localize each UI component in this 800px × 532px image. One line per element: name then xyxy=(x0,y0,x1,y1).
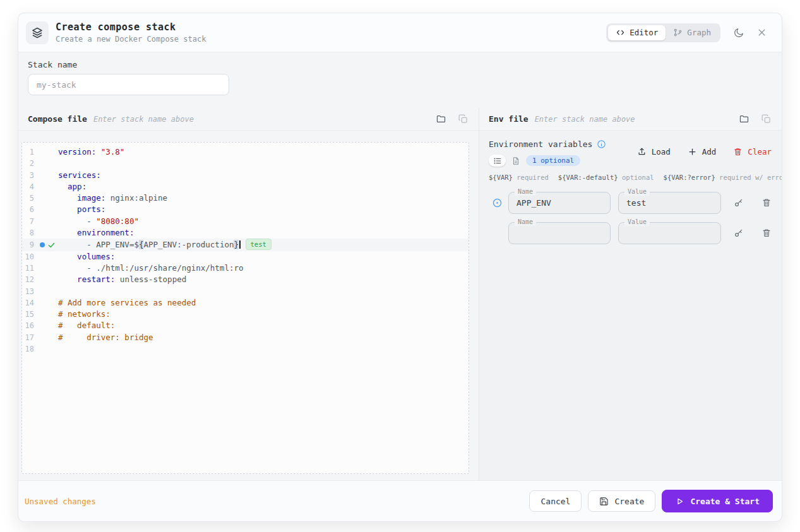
secret-key-button[interactable] xyxy=(734,228,744,238)
code-line[interactable]: 5 image: nginx:alpine xyxy=(22,192,469,204)
dialog-card: Create compose stack Create a new Docker… xyxy=(18,13,782,522)
active-line-dot-icon xyxy=(40,242,45,247)
dark-mode-toggle[interactable] xyxy=(731,25,747,41)
legend-item: ${VAR} required xyxy=(489,174,549,181)
value-field-label: Value xyxy=(624,218,650,226)
create-button[interactable]: Create xyxy=(588,490,655,512)
code-line[interactable]: 6 ports: xyxy=(22,204,469,215)
env-copy-button[interactable] xyxy=(760,113,772,126)
legend-item: ${VAR:?error} required w/ error xyxy=(664,174,782,181)
save-icon xyxy=(599,497,609,506)
code-text: # networks: xyxy=(58,309,110,320)
editor-gutter[interactable]: 8 xyxy=(22,227,58,239)
code-line[interactable]: 2 xyxy=(22,158,469,169)
stack-name-input[interactable] xyxy=(28,74,229,95)
editor-gutter[interactable]: 16 xyxy=(22,320,58,331)
create-and-start-button-label: Create & Start xyxy=(690,497,760,506)
add-button[interactable]: Add xyxy=(688,147,717,157)
dialog-subtitle: Create a new Docker Compose stack xyxy=(56,35,206,44)
env-toolbar: Environment variables 1 optional Load xyxy=(479,131,782,167)
env-variable-row: NameValue xyxy=(479,191,782,214)
create-button-label: Create xyxy=(614,497,644,506)
code-line[interactable]: 10 volumes: xyxy=(22,251,469,263)
code-text: # default: xyxy=(58,320,115,331)
code-line[interactable]: 12 restart: unless-stopped xyxy=(22,274,469,285)
secret-key-button[interactable] xyxy=(734,198,744,208)
editor-gutter[interactable]: 4 xyxy=(22,181,58,192)
tab-editor[interactable]: Editor xyxy=(608,25,666,40)
editor-gutter[interactable]: 2 xyxy=(22,158,58,169)
create-compose-stack-dialog: Create compose stack Create a new Docker… xyxy=(0,0,800,532)
code-line[interactable]: 15# networks: xyxy=(22,309,469,320)
compose-panel-hint: Enter stack name above xyxy=(93,115,194,124)
editor-gutter[interactable]: 10 xyxy=(22,251,58,263)
play-icon xyxy=(675,497,684,506)
trash-icon xyxy=(761,198,772,208)
env-view-form-toggle[interactable] xyxy=(489,155,506,167)
editor-gutter[interactable]: 1 xyxy=(22,146,58,158)
delete-row-button[interactable] xyxy=(761,198,772,208)
editor-gutter[interactable]: 12 xyxy=(22,274,58,285)
load-button[interactable]: Load xyxy=(637,147,671,157)
tab-graph-label: Graph xyxy=(687,28,711,37)
copy-button[interactable] xyxy=(457,113,469,126)
code-line[interactable]: 17# driver: bridge xyxy=(22,332,469,343)
editor-gutter[interactable]: 3 xyxy=(22,170,58,181)
folder-icon xyxy=(436,114,446,124)
code-line[interactable]: 14# Add more services as needed xyxy=(22,297,469,309)
code-line[interactable]: 9 - APP_ENV=${APP_ENV:-production}test xyxy=(22,239,469,251)
code-icon xyxy=(616,28,625,37)
legend-item: ${VAR:-default} optional xyxy=(558,174,654,181)
unsaved-changes-status: Unsaved changes xyxy=(25,497,96,506)
editor-gutter[interactable]: 17 xyxy=(22,332,58,343)
tab-editor-label: Editor xyxy=(630,28,658,37)
code-line[interactable]: 13 xyxy=(22,286,469,297)
env-panel-header: Env file Enter stack name above xyxy=(479,108,782,131)
env-content: Environment variables 1 optional Load xyxy=(479,131,782,480)
code-line[interactable]: 1version: "3.8" xyxy=(22,146,469,158)
code-line[interactable]: 16# default: xyxy=(22,320,469,331)
env-open-folder-button[interactable] xyxy=(737,113,750,126)
compose-panel-title: Compose file xyxy=(28,114,87,124)
close-button[interactable] xyxy=(753,25,770,41)
editor-gutter[interactable]: 13 xyxy=(22,286,58,297)
editor-gutter[interactable]: 9 xyxy=(22,239,58,251)
code-line[interactable]: 18 xyxy=(22,343,469,355)
editor-gutter[interactable]: 14 xyxy=(22,297,58,309)
code-line[interactable]: 8 environment: xyxy=(22,227,469,239)
info-icon[interactable] xyxy=(597,139,606,149)
stack-name-label: Stack name xyxy=(28,60,77,69)
optional-count-badge: 1 optional xyxy=(526,155,580,166)
editor-gutter[interactable]: 15 xyxy=(22,309,58,320)
editor-gutter[interactable]: 11 xyxy=(22,263,58,274)
dialog-titles: Create compose stack Create a new Docker… xyxy=(56,21,206,44)
editor-gutter[interactable]: 7 xyxy=(22,216,58,227)
tab-graph[interactable]: Graph xyxy=(666,25,719,40)
editor-gutter[interactable]: 5 xyxy=(22,192,58,204)
code-line[interactable]: 4 app: xyxy=(22,181,469,192)
env-view-file-toggle[interactable] xyxy=(511,157,520,165)
panels: Compose file Enter stack name above 1ver… xyxy=(18,108,782,480)
code-text: - ./html:/usr/share/nginx/html:ro xyxy=(58,263,244,274)
copy-icon xyxy=(761,114,772,124)
compose-code-editor[interactable]: 1version: "3.8"23services:4 app:5 image:… xyxy=(21,142,469,474)
code-line[interactable]: 11 - ./html:/usr/share/nginx/html:ro xyxy=(22,263,469,274)
moon-icon xyxy=(733,27,744,38)
code-line[interactable]: 7 - "8080:80" xyxy=(22,216,469,227)
code-text: restart: unless-stopped xyxy=(58,274,186,285)
file-text-icon xyxy=(511,157,520,165)
clear-button[interactable]: Clear xyxy=(733,147,772,157)
cancel-button[interactable]: Cancel xyxy=(529,490,582,512)
editor-gutter[interactable]: 6 xyxy=(22,204,58,215)
code-line[interactable]: 3services: xyxy=(22,170,469,181)
code-text: environment: xyxy=(58,227,134,239)
editor-gutter[interactable]: 18 xyxy=(22,343,58,355)
create-and-start-button[interactable]: Create & Start xyxy=(662,490,773,512)
copy-icon xyxy=(458,114,469,124)
compose-panel: Compose file Enter stack name above 1ver… xyxy=(18,108,479,480)
dialog-footer: Unsaved changes Cancel Create Create & S… xyxy=(18,480,782,521)
env-test-badge: test xyxy=(246,239,272,250)
open-folder-button[interactable] xyxy=(434,113,447,126)
key-icon xyxy=(734,228,744,238)
delete-row-button[interactable] xyxy=(761,228,772,238)
